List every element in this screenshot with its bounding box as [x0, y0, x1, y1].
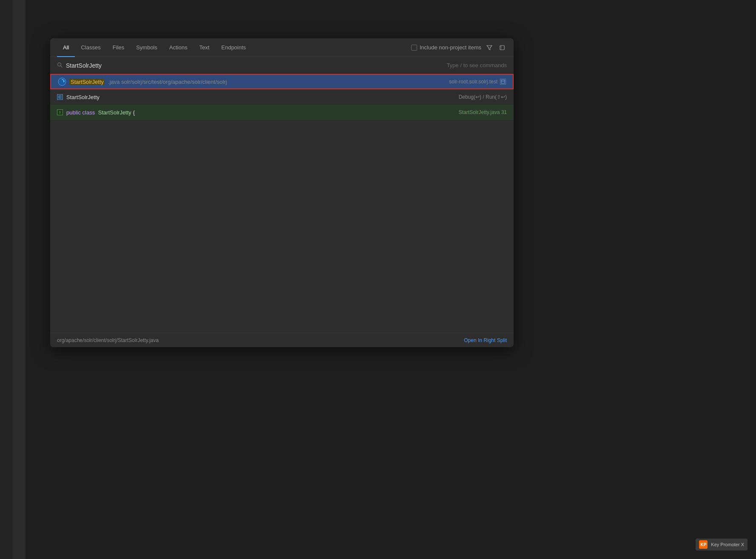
expand-icon[interactable]: [497, 43, 507, 52]
tab-endpoints[interactable]: Endpoints: [216, 38, 252, 57]
code-suffix: {: [133, 109, 135, 116]
tab-files[interactable]: Files: [107, 38, 130, 57]
result-right-run: solr-root.solr.solrj.test: [449, 79, 506, 85]
search-query[interactable]: StartSolrJetty: [66, 62, 446, 69]
result-row-class[interactable]: C StartSolrJetty Debug(↩) / Run(⇧↩): [50, 89, 514, 105]
tab-actions[interactable]: Actions: [163, 38, 193, 57]
key-promoter-icon: KP: [699, 540, 708, 549]
tab-symbols[interactable]: Symbols: [130, 38, 163, 57]
class-name-text: StartSolrJetty: [98, 109, 131, 116]
module-icon: [500, 79, 506, 85]
key-promoter-badge: KP Key Promoter X: [696, 539, 747, 550]
tab-classes[interactable]: Classes: [75, 38, 106, 57]
result-path-run: .java solr/solrj/src/test/org/apache/sol…: [108, 79, 227, 85]
run-config-icon: [58, 77, 66, 86]
search-hint: Type / to see commands: [446, 62, 507, 68]
class-icon: C: [57, 94, 63, 100]
search-icon: [57, 62, 63, 69]
result-right-class: Debug(↩) / Run(⇧↩): [459, 94, 507, 100]
key-promoter-label: Key Promoter X: [711, 542, 744, 547]
tabs-right-controls: Include non-project items: [411, 43, 507, 52]
status-file-path: org/apache/solr/client/solrj/StartSolrJe…: [57, 337, 159, 343]
open-right-split-button[interactable]: Open In Right Split: [464, 337, 507, 343]
result-row-code[interactable]: I public class StartSolrJetty { StartSol…: [50, 105, 514, 120]
interface-icon: I: [57, 109, 63, 115]
result-main-code: public class StartSolrJetty {: [66, 109, 459, 116]
sidebar-inner-bg: [0, 0, 13, 559]
svg-point-3: [58, 78, 66, 86]
svg-rect-5: [501, 80, 505, 83]
include-non-project-area[interactable]: Include non-project items: [411, 44, 481, 51]
results-list: StartSolrJetty .java solr/solrj/src/test…: [50, 74, 514, 120]
result-code-location: StartSolrJetty.java 31: [459, 109, 507, 115]
result-row-run[interactable]: StartSolrJetty .java solr/solrj/src/test…: [50, 74, 514, 89]
dialog-status-bar: org/apache/solr/client/solrj/StartSolrJe…: [50, 333, 514, 347]
keyword-text: public class: [66, 109, 97, 116]
result-class-name: StartSolrJetty: [66, 94, 99, 100]
result-main-run: StartSolrJetty .java solr/solrj/src/test…: [70, 79, 449, 85]
include-non-project-checkbox[interactable]: [411, 45, 417, 51]
tab-text[interactable]: Text: [193, 38, 216, 57]
tab-all[interactable]: All: [57, 38, 75, 57]
tabs-row: All Classes Files Symbols Actions Text E…: [50, 38, 514, 57]
result-name-highlight: StartSolrJetty: [70, 79, 105, 85]
filter-icon[interactable]: [485, 43, 494, 52]
search-dialog: All Classes Files Symbols Actions Text E…: [50, 38, 514, 347]
svg-line-2: [61, 66, 63, 67]
result-main-class: StartSolrJetty: [66, 94, 459, 100]
result-class-action: Debug(↩) / Run(⇧↩): [459, 94, 507, 100]
include-non-project-label: Include non-project items: [420, 44, 481, 51]
search-row: StartSolrJetty Type / to see commands: [50, 57, 514, 74]
svg-rect-0: [500, 46, 504, 50]
empty-results-area: [50, 120, 514, 333]
result-right-code: StartSolrJetty.java 31: [459, 109, 507, 115]
result-module-text: solr-root.solr.solrj.test: [449, 79, 497, 85]
